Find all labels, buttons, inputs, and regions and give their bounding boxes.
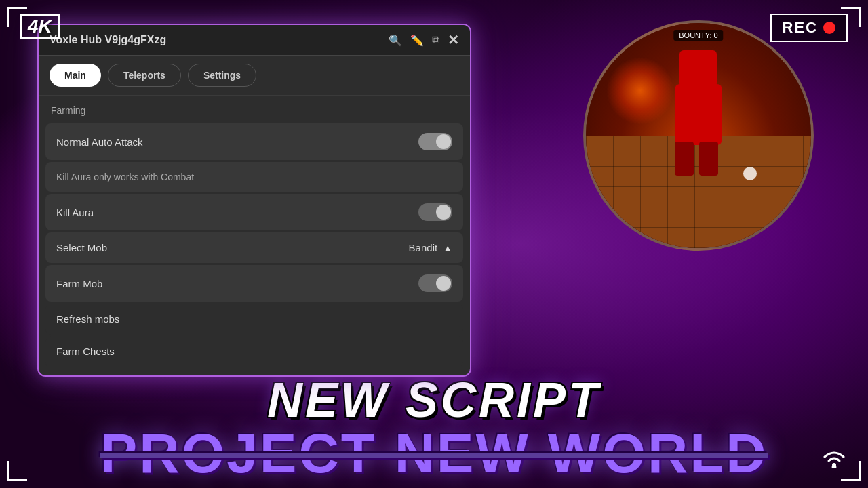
row-farm-mob: Farm Mob bbox=[45, 265, 463, 302]
row-kill-aura-info: Kill Aura only works with Combat bbox=[45, 162, 463, 192]
toggle-thumb-3 bbox=[436, 276, 451, 291]
titlebar: Voxle Hub V9jg4gFXzg 🔍 ✏️ ⧉ ✕ bbox=[39, 25, 470, 56]
kill-aura-toggle[interactable] bbox=[418, 203, 452, 221]
tab-main[interactable]: Main bbox=[50, 64, 101, 87]
gui-controls: 🔍 ✏️ ⧉ ✕ bbox=[389, 32, 459, 48]
row-normal-auto-attack: Normal Auto Attack bbox=[45, 123, 463, 160]
gui-title: Voxle Hub V9jg4gFXzg bbox=[50, 34, 166, 46]
char-head bbox=[679, 50, 717, 87]
corner-bl bbox=[7, 461, 27, 481]
toggle-track bbox=[418, 133, 452, 150]
search-icon[interactable]: 🔍 bbox=[389, 34, 402, 47]
farm-mob-toggle[interactable] bbox=[418, 274, 452, 292]
kill-aura-label: Kill Aura bbox=[56, 207, 94, 218]
cursor-dot bbox=[743, 167, 757, 180]
game-preview: BOUNTY: 0 bbox=[583, 20, 814, 251]
resolution-label: 4K bbox=[28, 16, 52, 37]
game-preview-inner: BOUNTY: 0 bbox=[586, 23, 811, 248]
select-mob-label: Select Mob bbox=[56, 242, 107, 253]
row-farm-chests[interactable]: Farm Chests bbox=[45, 336, 463, 367]
gui-panel: Voxle Hub V9jg4gFXzg 🔍 ✏️ ⧉ ✕ Main Telep… bbox=[37, 24, 471, 377]
char-leg-right bbox=[699, 142, 718, 176]
tab-teleports[interactable]: Teleports bbox=[108, 64, 181, 87]
close-button[interactable]: ✕ bbox=[448, 32, 459, 48]
kill-aura-info-label: Kill Aura only works with Combat bbox=[56, 171, 194, 182]
char-body bbox=[675, 84, 722, 145]
rec-badge: REC bbox=[770, 14, 848, 42]
wifi-icon bbox=[821, 449, 848, 474]
farm-mob-label: Farm Mob bbox=[56, 278, 102, 289]
char-legs bbox=[675, 142, 718, 176]
tab-bar: Main Teleports Settings bbox=[39, 56, 470, 96]
farm-chests-label: Farm Chests bbox=[56, 346, 115, 357]
copy-icon[interactable]: ⧉ bbox=[432, 34, 439, 46]
resolution-badge: 4K bbox=[20, 14, 60, 39]
row-select-mob: Select Mob Bandit ▲ bbox=[45, 232, 463, 263]
normal-auto-attack-label: Normal Auto Attack bbox=[56, 136, 143, 148]
section-farming-label: Farming bbox=[39, 102, 470, 121]
row-refresh-mobs[interactable]: Refresh mobs bbox=[45, 304, 463, 335]
rec-label: REC bbox=[783, 19, 818, 37]
char-leg-left bbox=[675, 142, 694, 176]
gui-content: Farming Normal Auto Attack Kill Aura onl… bbox=[39, 96, 470, 375]
refresh-mobs-label: Refresh mobs bbox=[56, 313, 119, 325]
toggle-thumb bbox=[436, 134, 451, 149]
bounty-label: BOUNTY: 0 bbox=[673, 30, 723, 41]
toggle-thumb-2 bbox=[436, 205, 451, 220]
toggle-track-3 bbox=[418, 274, 452, 292]
row-kill-aura: Kill Aura bbox=[45, 194, 463, 230]
chevron-up-icon: ▲ bbox=[443, 243, 452, 253]
character-model bbox=[658, 43, 739, 179]
normal-auto-attack-toggle[interactable] bbox=[418, 133, 452, 150]
tab-settings[interactable]: Settings bbox=[188, 64, 256, 87]
select-mob-header[interactable]: Select Mob Bandit ▲ bbox=[45, 232, 463, 263]
rec-dot-icon bbox=[823, 22, 835, 34]
select-mob-current: Bandit bbox=[409, 242, 438, 253]
svg-point-0 bbox=[832, 463, 836, 467]
edit-icon[interactable]: ✏️ bbox=[410, 34, 424, 47]
toggle-track-2 bbox=[418, 203, 452, 221]
select-mob-value: Bandit ▲ bbox=[409, 242, 452, 253]
